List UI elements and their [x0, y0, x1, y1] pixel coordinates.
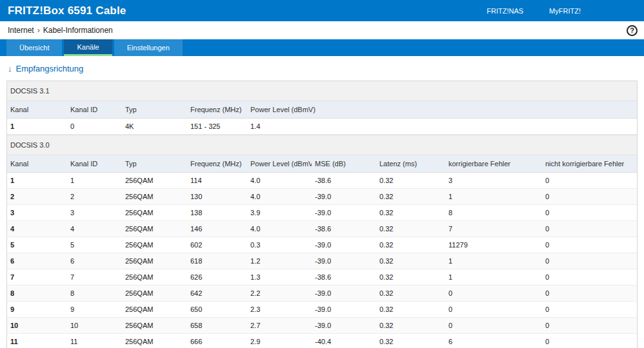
table-cell: 0.32: [376, 302, 445, 318]
table-cell: 3: [7, 205, 67, 221]
table-row: 77256QAM6261.3-38.60.3210: [7, 269, 637, 285]
table-cell: 0: [542, 285, 637, 302]
top-nav: FRITZ!NAS MyFRITZ!: [487, 7, 581, 15]
table-cell: 0.32: [376, 285, 445, 302]
table-section-title: DOCSIS 3.0: [7, 135, 637, 155]
table-cell: 0.32: [376, 253, 445, 269]
table-cell: 3.9: [247, 205, 312, 221]
table-cell: 10: [7, 318, 67, 334]
table-cell: 602: [187, 237, 247, 253]
channel-table: KanalKanal IDTypFrequenz (MHz)Power Leve…: [7, 101, 637, 135]
table-row: 104K151 - 3251.4: [7, 119, 637, 135]
table-cell: 0: [542, 237, 637, 253]
table-cell: 642: [187, 285, 247, 302]
table-cell: 0: [542, 269, 637, 285]
table-cell: 4.0: [247, 189, 312, 205]
table-cell: -38.6: [312, 221, 376, 237]
table-cell: 5: [7, 237, 67, 253]
table-cell: 0: [445, 285, 542, 302]
table-cell: 1: [445, 189, 542, 205]
table-cell: 256QAM: [122, 269, 187, 285]
table-cell: -39.0: [312, 302, 376, 318]
help-button[interactable]: ?: [627, 25, 638, 36]
tab-bar: ÜbersichtKanäleEinstellungen: [0, 39, 644, 56]
table-cell: 0: [445, 318, 542, 334]
column-header: MSE (dB): [312, 155, 376, 173]
table-cell: 114: [187, 173, 247, 189]
table-cell: 666: [187, 334, 247, 348]
column-header: Power Level (dBmV): [247, 155, 312, 173]
table-cell: -38.6: [312, 173, 376, 189]
column-header: Power Level (dBmV): [247, 101, 637, 119]
empfangsrichtung-toggle[interactable]: ↓ Empfangsrichtung: [8, 64, 636, 73]
table-cell: -39.0: [312, 285, 376, 302]
table-row: 1111256QAM6662.9-40.40.3260: [7, 334, 637, 348]
table-cell: 4: [7, 221, 67, 237]
table-cell: 0: [542, 189, 637, 205]
table-cell: 256QAM: [122, 334, 187, 348]
table-cell: 0: [542, 302, 637, 318]
table-cell: 9: [67, 302, 122, 318]
table-cell: 1: [67, 173, 122, 189]
table-cell: 7: [7, 269, 67, 285]
table-cell: 2: [7, 189, 67, 205]
table-cell: 2: [67, 189, 122, 205]
fritznas-link[interactable]: FRITZ!NAS: [487, 7, 523, 15]
channel-tables: DOCSIS 3.1KanalKanal IDTypFrequenz (MHz)…: [6, 81, 638, 348]
table-cell: 8: [7, 285, 67, 302]
table-cell: 256QAM: [122, 318, 187, 334]
table-cell: 0: [542, 318, 637, 334]
table-cell: 1: [445, 253, 542, 269]
table-row: 11256QAM1144.0-38.60.3230: [7, 173, 637, 189]
table-cell: 0: [542, 205, 637, 221]
column-header: Typ: [122, 101, 187, 119]
table-cell: 2.9: [247, 334, 312, 348]
table-cell: 256QAM: [122, 302, 187, 318]
column-header: Kanal: [7, 101, 67, 119]
table-cell: 658: [187, 318, 247, 334]
table-cell: 3: [445, 173, 542, 189]
app-title: FRITZ!Box 6591 Cable: [8, 5, 126, 17]
table-cell: 0.32: [376, 269, 445, 285]
table-cell: 0.32: [376, 205, 445, 221]
table-cell: -40.4: [312, 334, 376, 348]
table-cell: -39.0: [312, 205, 376, 221]
table-cell: 11: [7, 334, 67, 348]
table-cell: 618: [187, 253, 247, 269]
table-cell: 8: [67, 285, 122, 302]
table-cell: 6: [67, 253, 122, 269]
table-cell: 2.2: [247, 285, 312, 302]
breadcrumb-item-current: Kabel-Informationen: [43, 26, 113, 35]
table-cell: 256QAM: [122, 205, 187, 221]
table-cell: 1.3: [247, 269, 312, 285]
table-cell: 256QAM: [122, 253, 187, 269]
table-cell: 0: [67, 119, 122, 135]
down-arrow-icon: ↓: [8, 64, 12, 73]
channel-table: KanalKanal IDTypFrequenz (MHz)Power Leve…: [7, 155, 637, 348]
breadcrumb-item-internet[interactable]: Internet: [8, 26, 34, 35]
column-header: Latenz (ms): [376, 155, 445, 173]
table-cell: 0.3: [247, 237, 312, 253]
tab-einstellungen[interactable]: Einstellungen: [114, 39, 183, 56]
myfritz-link[interactable]: MyFRITZ!: [549, 7, 581, 15]
table-header-row: KanalKanal IDTypFrequenz (MHz)Power Leve…: [7, 155, 637, 173]
table-cell: 1: [7, 173, 67, 189]
table-cell: 0.32: [376, 334, 445, 348]
table-cell: 146: [187, 221, 247, 237]
table-cell: 0.32: [376, 173, 445, 189]
table-cell: 0.32: [376, 221, 445, 237]
table-row: 66256QAM6181.2-39.00.3210: [7, 253, 637, 269]
table-cell: 9: [7, 302, 67, 318]
tab-kanaele[interactable]: Kanäle: [64, 39, 112, 56]
table-cell: 256QAM: [122, 221, 187, 237]
column-header: Frequenz (MHz): [187, 155, 247, 173]
table-row: 22256QAM1304.0-39.00.3210: [7, 189, 637, 205]
table-cell: 256QAM: [122, 237, 187, 253]
column-header: Kanal ID: [67, 155, 122, 173]
table-cell: 0: [542, 173, 637, 189]
table-row: 33256QAM1383.9-39.00.3280: [7, 205, 637, 221]
table-row: 55256QAM6020.3-39.00.32112790: [7, 237, 637, 253]
tab-uebersicht[interactable]: Übersicht: [6, 39, 62, 56]
column-header: Kanal: [7, 155, 67, 173]
table-cell: -39.0: [312, 189, 376, 205]
